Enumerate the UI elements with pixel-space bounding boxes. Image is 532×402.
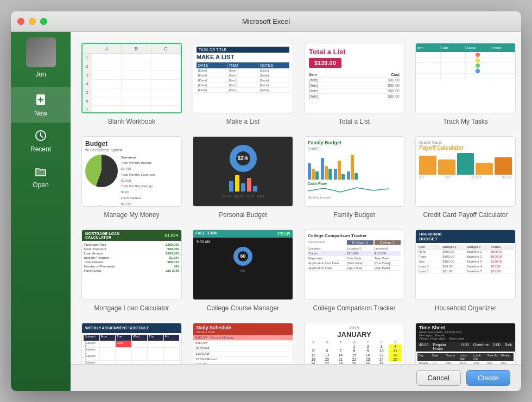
excel-window: Microsoft Excel Jon New: [11, 11, 521, 391]
template-preview-weekly-assignment[interactable]: WEEKLY ASSIGNMENT SCHEDULE Subject Mon T…: [81, 323, 182, 364]
template-preview-credit-card-payoff[interactable]: Credit Card Payoff Calculator $27$37$1,5: [415, 136, 516, 207]
template-preview-personal-budget[interactable]: 62% $3,750 $3,256 $350 $864: [193, 136, 293, 207]
template-preview-family-budget[interactable]: Family Budget [month]: [304, 136, 404, 207]
template-preview-household-organizer[interactable]: Household BUDGET Item Budget 1 Budget 2 …: [415, 229, 516, 300]
template-manage-my-money[interactable]: Budget % of Income Spent 55% Summary Tot…: [81, 136, 182, 219]
titlebar: Microsoft Excel: [11, 11, 521, 32]
sidebar-item-new-label: New: [34, 110, 47, 117]
template-label-credit-card-payoff: Credit Card Payoff Calculator: [423, 211, 508, 219]
maximize-button[interactable]: [40, 18, 47, 25]
window-title: Microsoft Excel: [242, 17, 290, 25]
sidebar-username: Jon: [35, 71, 46, 78]
template-preview-mortgage-loan[interactable]: MORTGAGE LOAN CALCULATOR $1,024 Purchase…: [81, 229, 182, 300]
template-preview-college-comparison[interactable]: College Comparison Tracker Applications …: [304, 229, 404, 300]
sidebar-item-recent-label: Recent: [30, 145, 51, 153]
content-area: A B C 1 2 3 4 5 6 7 B: [71, 32, 521, 391]
template-college-comparison[interactable]: College Comparison Tracker Applications …: [304, 229, 404, 312]
template-mortgage-loan[interactable]: MORTGAGE LOAN CALCULATOR $1,024 Purchase…: [81, 229, 182, 312]
template-make-a-list[interactable]: TASK OR TITLE MAKE A LIST DATE ITEM NOTE…: [193, 43, 293, 125]
new-icon: [33, 92, 48, 107]
template-credit-card-payoff[interactable]: Credit Card Payoff Calculator $27$37$1,5: [415, 136, 516, 219]
template-household-organizer[interactable]: Household BUDGET Item Budget 1 Budget 2 …: [415, 229, 516, 312]
template-preview-make-a-list[interactable]: TASK OR TITLE MAKE A LIST DATE ITEM NOTE…: [193, 43, 293, 113]
template-label-household-organizer: Household Organizer: [435, 304, 496, 312]
template-label-blank-workbook: Blank Workbook: [108, 118, 155, 125]
template-preview-total-a-list[interactable]: Total a List $139.00 Item Cost [Item]$00…: [304, 43, 404, 113]
sidebar: Jon New Recent: [11, 32, 71, 391]
template-preview-daily-schedule[interactable]: Daily Schedule Name • Date 8:00 AMMornin…: [193, 323, 293, 364]
sidebar-item-new[interactable]: New: [11, 87, 71, 123]
template-preview-time-sheet[interactable]: Time Sheet Employee name: [First] [Last]…: [415, 323, 516, 364]
template-preview-blank-workbook[interactable]: A B C 1 2 3 4 5 6 7: [81, 43, 182, 113]
template-label-make-a-list: Make a List: [226, 118, 259, 125]
avatar-image: [26, 37, 56, 67]
cancel-button[interactable]: Cancel: [416, 370, 461, 386]
template-label-personal-budget: Personal Budget: [219, 211, 267, 219]
template-time-sheet[interactable]: Time Sheet Employee name: [First] [Last]…: [415, 323, 516, 364]
template-label-college-comparison: College Comparison Tracker: [313, 304, 395, 312]
template-label-track-my-tasks: Track My Tasks: [443, 118, 488, 125]
avatar: [26, 37, 56, 67]
create-button[interactable]: Create: [466, 370, 510, 386]
template-total-a-list[interactable]: Total a List $139.00 Item Cost [Item]$00…: [304, 43, 404, 125]
open-icon: [33, 164, 48, 179]
template-preview-manage-my-money[interactable]: Budget % of Income Spent 55% Summary Tot…: [81, 136, 182, 207]
template-track-my-tasks[interactable]: Item Date Status Priority Tr: [415, 43, 516, 125]
template-label-mortgage-loan: Mortgage Loan Calculator: [94, 304, 169, 312]
sidebar-item-open[interactable]: Open: [11, 158, 71, 194]
close-button[interactable]: [17, 18, 24, 25]
traffic-lights: [17, 18, 47, 25]
template-blank-workbook[interactable]: A B C 1 2 3 4 5 6 7 B: [81, 43, 182, 125]
template-preview-12-month-calendar[interactable]: 2015 JANUARY S M T W T F S: [304, 323, 404, 364]
templates-grid: A B C 1 2 3 4 5 6 7 B: [71, 32, 521, 364]
recent-icon: [33, 128, 48, 143]
template-label-total-a-list: Total a List: [339, 118, 370, 125]
template-12-month-calendar[interactable]: 2015 JANUARY S M T W T F S: [304, 323, 404, 364]
template-preview-college-course[interactable]: FALL TERM YEAR 9:00 AM 60 min: [193, 229, 293, 300]
template-label-college-course: College Course Manager: [207, 304, 279, 312]
sidebar-item-recent[interactable]: Recent: [11, 123, 71, 158]
template-label-family-budget: Family Budget: [333, 211, 375, 219]
template-label-manage-my-money: Manage My Money: [104, 211, 159, 219]
template-family-budget[interactable]: Family Budget [month]: [304, 136, 404, 219]
template-weekly-assignment[interactable]: WEEKLY ASSIGNMENT SCHEDULE Subject Mon T…: [81, 323, 182, 364]
main-content: Jon New Recent: [11, 32, 521, 391]
minimize-button[interactable]: [29, 18, 36, 25]
template-preview-track-my-tasks[interactable]: Item Date Status Priority: [415, 43, 516, 113]
template-daily-schedule[interactable]: Daily Schedule Name • Date 8:00 AMMornin…: [193, 323, 293, 364]
template-college-course[interactable]: FALL TERM YEAR 9:00 AM 60 min College Co…: [193, 229, 293, 312]
sidebar-item-open-label: Open: [33, 181, 48, 189]
template-personal-budget[interactable]: 62% $3,750 $3,256 $350 $864: [193, 136, 293, 219]
footer: Cancel Create: [71, 364, 521, 391]
